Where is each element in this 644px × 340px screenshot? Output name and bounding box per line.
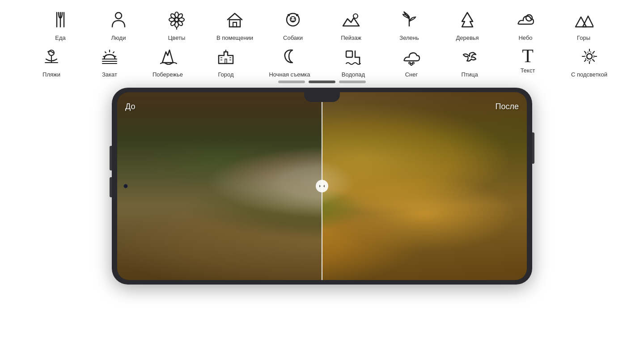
icons-row-1: Еда Люди xyxy=(31,8,613,43)
icon-city[interactable]: Город xyxy=(197,45,255,80)
waterfall-label: Водопад xyxy=(342,71,365,78)
trees-label: Деревья xyxy=(456,34,479,41)
icon-landscape[interactable]: Пейзаж xyxy=(322,8,380,43)
svg-line-53 xyxy=(593,60,594,61)
dogs-icon xyxy=(283,10,303,33)
beaches-label: Пляжи xyxy=(42,71,60,78)
coast-label: Побережье xyxy=(153,71,183,78)
slider-pill-1[interactable] xyxy=(278,81,305,83)
greenery-icon xyxy=(399,10,419,33)
svg-rect-37 xyxy=(225,59,227,64)
slider-pill-2[interactable] xyxy=(309,81,335,83)
icon-sky[interactable]: Небо xyxy=(496,8,555,43)
icon-beaches[interactable]: Пляжи xyxy=(22,45,80,80)
svg-rect-15 xyxy=(229,20,240,27)
after-label: После xyxy=(496,102,519,111)
selfie-camera xyxy=(123,184,128,188)
snow-label: Снег xyxy=(405,71,418,78)
bird-label: Птица xyxy=(461,71,478,78)
coast-icon xyxy=(158,47,178,69)
landscape-icon xyxy=(341,10,361,33)
svg-rect-16 xyxy=(233,22,237,27)
svg-point-19 xyxy=(291,18,292,20)
icons-row-2: Пляжи Закат xyxy=(22,45,622,80)
sunset-icon xyxy=(100,47,119,69)
svg-line-54 xyxy=(593,51,594,53)
people-label: Люди xyxy=(111,34,126,41)
icon-sunset[interactable]: Закат xyxy=(80,45,139,80)
icon-bird[interactable]: Птица xyxy=(441,45,499,80)
backlight-label: С подсветкой xyxy=(571,71,607,78)
icon-backlight[interactable]: С подсветкой xyxy=(557,45,622,80)
icon-nightshot[interactable]: Ночная съемка xyxy=(255,45,324,80)
snow-icon xyxy=(402,47,421,69)
icons-section: Еда Люди xyxy=(0,0,644,81)
svg-line-28 xyxy=(105,52,106,53)
icon-greenery[interactable]: Зелень xyxy=(380,8,438,43)
svg-point-17 xyxy=(287,13,299,26)
indoor-icon xyxy=(225,10,245,33)
svg-line-52 xyxy=(585,51,586,53)
mountains-icon xyxy=(574,10,593,33)
icon-waterfall[interactable]: Водопад xyxy=(324,45,382,80)
food-label: Еда xyxy=(55,34,66,41)
text-icon: T xyxy=(522,47,534,65)
greenery-label: Зелень xyxy=(399,34,419,41)
flowers-label: Цветы xyxy=(168,34,185,41)
svg-line-26 xyxy=(113,52,114,53)
beaches-icon xyxy=(42,47,61,69)
icon-trees[interactable]: Деревья xyxy=(438,8,496,43)
icon-text[interactable]: T Текст xyxy=(499,45,557,76)
icon-coast[interactable]: Побережье xyxy=(139,45,197,80)
svg-rect-39 xyxy=(346,51,352,57)
waterfall-icon xyxy=(343,47,363,69)
sky-label: Небо xyxy=(518,34,532,41)
icon-flowers[interactable]: Цветы xyxy=(148,8,206,43)
svg-point-21 xyxy=(353,14,358,18)
icon-mountains[interactable]: Горы xyxy=(555,8,613,43)
backlight-icon xyxy=(580,47,599,69)
icon-people[interactable]: Люди xyxy=(89,8,148,43)
trees-icon xyxy=(458,10,477,33)
svg-point-5 xyxy=(175,18,178,21)
slider-pill-3[interactable] xyxy=(339,81,366,83)
icon-indoor[interactable]: В помещении xyxy=(206,8,264,43)
bird-icon xyxy=(460,47,479,69)
nightshot-label: Ночная съемка xyxy=(269,71,310,78)
landscape-label: Пейзаж xyxy=(341,34,361,41)
svg-point-44 xyxy=(412,62,414,64)
slider-indicators xyxy=(278,81,366,83)
volume-button-extra xyxy=(110,177,112,197)
svg-point-43 xyxy=(409,62,411,64)
people-icon xyxy=(109,10,128,33)
phone-container: До После xyxy=(0,88,644,285)
city-icon xyxy=(216,47,236,69)
before-label: До xyxy=(125,102,135,111)
phone-frame: До После xyxy=(112,88,532,285)
phone-screen: До После xyxy=(117,92,527,280)
divider-handle[interactable] xyxy=(316,180,328,192)
svg-point-46 xyxy=(587,54,592,59)
icon-food[interactable]: Еда xyxy=(31,8,89,43)
phone-notch xyxy=(304,92,340,102)
icon-snow[interactable]: Снег xyxy=(382,45,441,80)
svg-point-4 xyxy=(115,13,122,19)
sky-icon xyxy=(516,10,535,33)
svg-line-55 xyxy=(585,60,586,61)
city-label: Город xyxy=(218,71,233,78)
mountains-label: Горы xyxy=(577,34,590,41)
dogs-label: Собаки xyxy=(283,34,303,41)
text-label: Текст xyxy=(521,67,535,74)
food-icon xyxy=(51,10,70,33)
svg-point-20 xyxy=(294,18,295,20)
flowers-icon xyxy=(167,10,186,33)
indoor-label: В помещении xyxy=(216,34,253,41)
nightshot-icon xyxy=(280,47,300,69)
svg-point-45 xyxy=(411,64,412,65)
sunset-label: Закат xyxy=(102,71,117,78)
comparison-divider[interactable] xyxy=(322,92,322,280)
icon-dogs[interactable]: Собаки xyxy=(264,8,322,43)
